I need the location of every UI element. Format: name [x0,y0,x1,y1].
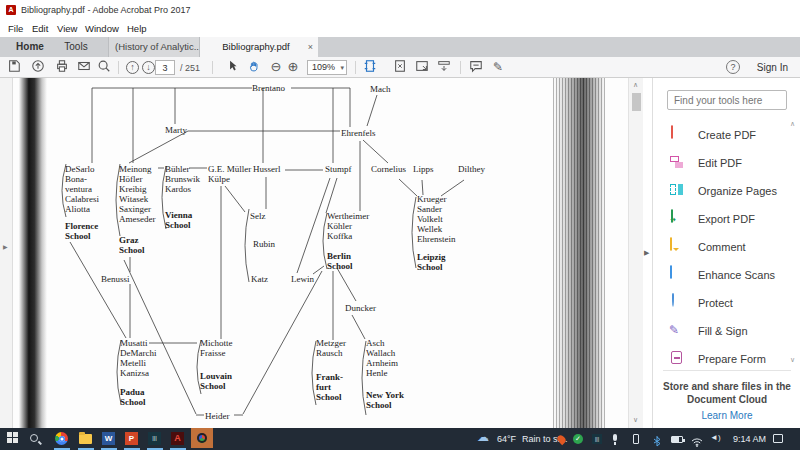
tab-document-label: Bibliography.pdf [222,41,289,52]
battery-icon[interactable] [671,436,683,443]
antivirus-check-icon[interactable]: ✓ [573,434,583,444]
bluetooth-icon[interactable] [653,433,661,450]
tool-edit-pdf[interactable]: Edit PDF [669,154,789,174]
menu-file[interactable]: File [8,23,23,34]
diagram-node: Brentano [252,83,285,93]
app-icon-bars[interactable]: ||| [148,432,161,445]
zoom-in-icon[interactable]: ⊕ [285,59,301,75]
tool-protect[interactable]: Protect [669,294,789,314]
speaker-icon[interactable]: ◄) [710,433,721,450]
help-icon[interactable]: ? [726,60,740,74]
diagram-node: Husserl [253,164,281,174]
tab-tools[interactable]: Tools [56,37,96,57]
start-button-icon[interactable] [7,432,20,445]
school-label: ViennaSchool [165,210,200,230]
tab-bar: Home Tools (History of Analytic... Bibli… [0,37,800,57]
school-label: PaduaSchool [120,387,156,407]
chevron-down-icon: ▾ [340,61,344,74]
menu-view[interactable]: View [57,23,77,34]
organize-pages-icon [669,182,685,198]
tray-app-icon[interactable]: ||| [592,434,602,444]
next-page-icon[interactable]: ↓ [142,61,155,74]
tools-panel: Create PDF Edit PDF Organize Pages Expor… [652,78,800,428]
device-tray-icon[interactable] [633,434,639,444]
wifi-icon[interactable] [691,433,703,450]
acrobat-taskbar-icon[interactable]: A [171,432,184,445]
menu-help[interactable]: Help [127,23,147,34]
school-label: FlorenceSchool [65,221,99,241]
search-icon[interactable] [96,59,112,75]
microphone-tray-icon[interactable] [613,434,617,441]
taskbar-search-icon[interactable] [30,434,38,442]
scrolling-mode-icon[interactable] [362,59,378,75]
menu-edit[interactable]: Edit [32,23,48,34]
select-tool-icon[interactable] [224,59,240,75]
sign-in-button[interactable]: Sign In [757,62,788,73]
fit-page-icon[interactable] [392,59,408,75]
tool-label: Prepare Form [698,353,766,365]
diagram-node: AschWallachArnheimHenleNew YorkSchool [366,338,404,410]
tab-document-bibliography[interactable]: Bibliography.pdf × [200,37,318,57]
panel-scroll-up-icon[interactable]: ∧ [790,120,795,128]
scrollbar-thumb[interactable] [632,93,641,111]
tool-label: Comment [698,241,746,253]
enhance-scans-icon [670,265,672,279]
zoom-out-icon[interactable]: ⊖ [268,59,284,75]
expand-nav-icon[interactable]: ▶ [3,243,8,250]
zoom-level-dropdown[interactable]: 109% ▾ [307,60,347,75]
school-label: BerlinSchool [327,251,369,271]
tool-enhance-scans[interactable]: Enhance Scans [669,266,789,286]
tool-label: Fill & Sign [698,325,748,337]
collapse-tools-panel-icon[interactable]: ▶ [644,249,649,257]
fit-width-icon[interactable] [414,59,430,75]
scroll-up-icon[interactable]: ∧ [633,81,638,89]
panel-scroll-down-icon[interactable]: ∨ [790,356,795,364]
scroll-down-icon[interactable]: ∨ [633,416,638,424]
main-toolbar: ↑ ↓ / 251 ⊖ ⊕ 109% ▾ ✎ ? Sign In [0,57,800,78]
print-icon[interactable] [54,59,70,75]
pencil-icon[interactable]: ✎ [490,59,506,75]
notification-center-icon[interactable] [773,434,783,443]
tool-organize-pages[interactable]: Organize Pages [669,182,789,202]
menu-window[interactable]: Window [85,23,119,34]
tool-create-pdf[interactable]: Create PDF [669,126,789,146]
comment-bubble-icon[interactable] [468,59,484,75]
weather-temp[interactable]: 64°F [497,434,516,450]
diagram-node: Katz [251,274,268,284]
tab-home[interactable]: Home [10,37,50,57]
diagram-node: MichotteFraisseLouvainSchool [200,338,233,391]
hand-tool-icon[interactable] [246,59,262,75]
diagram-node: Duncker [345,303,376,313]
diagram-node: Marty [165,125,187,135]
active-app-tile[interactable] [191,428,213,448]
tool-fill-sign[interactable]: ✎ Fill & Sign [669,322,789,342]
page-total-label: / 251 [180,63,200,73]
diagram-node: Lipps [413,164,434,174]
toolbar-separator [118,61,119,74]
page-number-input[interactable] [155,60,175,75]
tool-comment[interactable]: Comment [669,238,789,258]
word-icon[interactable]: W [102,432,115,445]
document-scrollbar[interactable]: ∧ ∨ [628,78,643,428]
document-page[interactable]: BrentanoMachMartyEhrenfelsDeSarloBona-ve… [13,78,628,428]
close-tab-icon[interactable]: × [308,37,313,57]
tool-export-pdf[interactable]: Export PDF [669,210,789,230]
share-upload-icon[interactable] [30,59,46,75]
tools-search-input[interactable] [667,90,787,110]
weather-icon[interactable]: ☁ [477,430,489,450]
save-icon[interactable] [6,59,22,75]
learn-more-link[interactable]: Learn More [653,410,800,421]
email-icon[interactable] [76,59,92,75]
fit-visible-icon[interactable] [436,59,452,75]
powerpoint-icon[interactable]: P [125,432,138,445]
diagram-node: Dilthey [458,164,485,174]
toolbar-separator [212,61,213,74]
file-explorer-icon[interactable] [79,434,92,444]
chrome-icon[interactable] [55,432,68,445]
tab-document-history[interactable]: (History of Analytic... [108,37,200,57]
diagram-node: G.E. MüllerKülpe [208,164,251,184]
tool-prepare-form[interactable]: Prepare Form [669,350,789,370]
clock-time[interactable]: 9:14 AM [733,434,766,450]
diagram-node: Benussi [101,274,130,284]
previous-page-icon[interactable]: ↑ [126,61,139,74]
